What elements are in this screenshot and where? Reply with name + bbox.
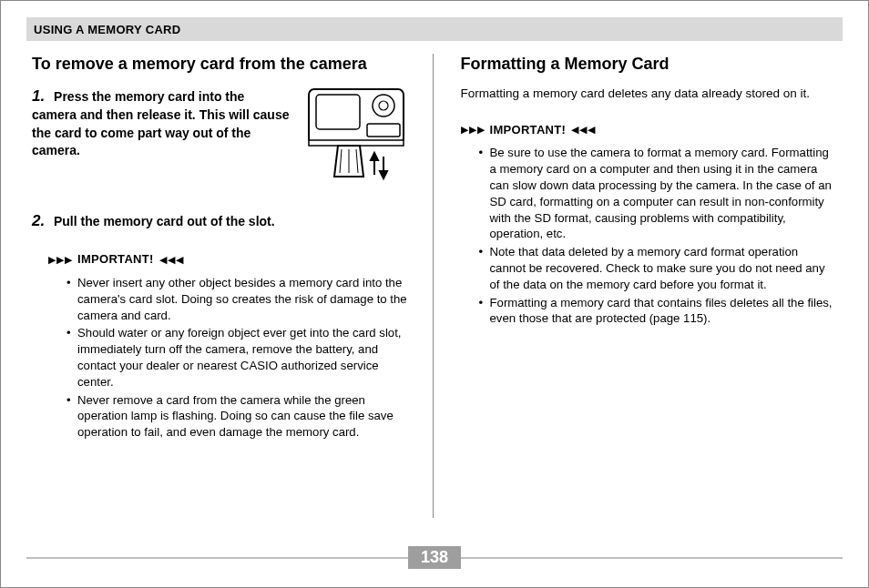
section-header-text: USING A MEMORY CARD <box>34 23 180 36</box>
triangle-right-icon: ▶▶▶ <box>461 125 485 135</box>
page: USING A MEMORY CARD To remove a memory c… <box>1 1 868 518</box>
svg-rect-1 <box>316 95 360 129</box>
step-2-text: Pull the memory card out of the slot. <box>54 214 275 228</box>
two-column-layout: To remove a memory card from the camera … <box>26 54 843 518</box>
left-bullet-list: Never insert any other object besides a … <box>66 275 409 441</box>
section-header: USING A MEMORY CARD <box>26 17 843 41</box>
left-column: To remove a memory card from the camera … <box>26 54 424 518</box>
step-1-text-block: 1. Press the memory card into the camera… <box>32 86 292 186</box>
right-bullet-list: Be sure to use the camera to format a me… <box>479 145 838 327</box>
list-item: Should water or any foreign object ever … <box>66 325 409 390</box>
important-label-right: IMPORTANT! <box>490 122 567 138</box>
svg-rect-4 <box>367 124 400 137</box>
triangle-right-icon: ▶▶▶ <box>48 255 72 265</box>
svg-marker-10 <box>371 153 378 160</box>
footer-rule-right <box>461 557 843 559</box>
list-item: Formatting a memory card that contains f… <box>479 295 838 328</box>
list-item: Be sure to use the camera to format a me… <box>479 145 838 242</box>
list-item: Never remove a card from the camera whil… <box>66 392 409 441</box>
right-column: Formatting a Memory Card Formatting a me… <box>443 54 843 518</box>
svg-marker-12 <box>380 171 387 178</box>
step-1: 1. Press the memory card into the camera… <box>32 86 409 186</box>
step-2-number: 2. <box>32 212 45 229</box>
important-label-left: IMPORTANT! <box>77 251 154 268</box>
triangle-left-icon: ◀◀◀ <box>159 255 183 265</box>
page-footer: 138 <box>26 546 843 569</box>
footer-rule-left <box>26 557 408 559</box>
list-item: Note that data deleted by a memory card … <box>479 244 838 292</box>
triangle-left-icon: ◀◀◀ <box>571 125 595 135</box>
step-2: 2. Pull the memory card out of the slot. <box>32 211 409 232</box>
right-title: Formatting a Memory Card <box>461 54 838 75</box>
column-divider <box>433 54 434 518</box>
camera-card-illustration <box>303 86 409 186</box>
left-title: To remove a memory card from the camera <box>32 54 409 75</box>
important-heading-right: ▶▶▶ IMPORTANT! ◀◀◀ <box>461 122 838 138</box>
step-1-number: 1. <box>32 87 45 105</box>
svg-point-3 <box>379 101 388 110</box>
right-intro: Formatting a memory card deletes any dat… <box>461 86 838 102</box>
important-heading-left: ▶▶▶ IMPORTANT! ◀◀◀ <box>48 251 409 268</box>
list-item: Never insert any other object besides a … <box>66 275 409 323</box>
step-1-text: Press the memory card into the camera an… <box>32 89 289 158</box>
page-number: 138 <box>408 546 461 569</box>
